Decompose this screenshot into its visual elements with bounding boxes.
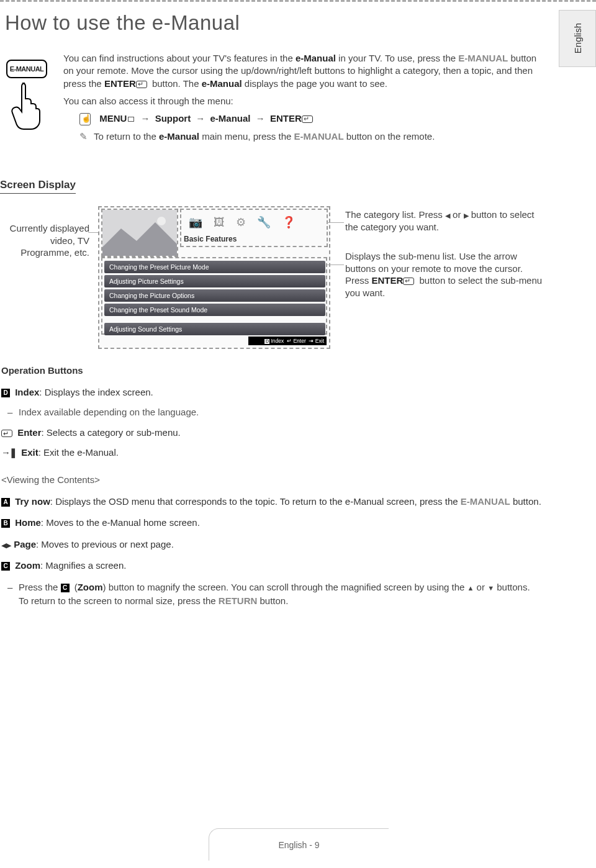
category-icon: 📷 [189,215,202,229]
screen-display-figure: Currently displayed video, TV Programme,… [0,205,546,349]
page-number: English - 9 [278,840,319,850]
enter-icon [302,115,313,123]
access-line: You can also access it through the menu: [63,95,543,107]
a-key-icon: A [1,498,10,507]
op-exit: →❚ Exit: Exit the e-Manual. [1,446,541,460]
category-icons-row: 📷 🖼 ⚙ 🔧 ❓ [184,212,325,232]
op-index-note: Index available depending on the languag… [19,405,541,420]
d-key-icon: D [1,389,10,397]
callout-video-area: Currently displayed video, TV Programme,… [4,222,89,259]
callout-category-list: The category list. Press ◀ or ▶ button t… [345,209,544,233]
vc-home: B Home: Moves to the e-Manual home scree… [1,516,541,530]
menu-grid-icon [128,117,134,122]
vc-try-now: A Try now: Displays the OSD menu that co… [1,495,541,509]
landscape-thumbnail-icon [102,210,177,256]
enter-icon [1,430,12,437]
note-icon: ✎ [79,131,88,142]
c-key-icon: C [61,584,70,592]
leader-line [327,264,344,265]
svg-point-2 [157,217,166,225]
exit-key-icon: ⇥ [309,338,314,344]
language-tab: English [559,10,596,67]
enter-icon [403,278,414,285]
up-triangle-icon: ▲ [467,584,474,592]
vc-zoom-detail: Press the C (Zoom) button to magnify the… [19,581,541,608]
d-key-icon: D [264,339,269,344]
callout-right-block: The category list. Press ◀ or ▶ button t… [345,209,544,299]
right-triangle-icon: ▶ [464,212,469,219]
viewing-contents-section: <Viewing the Contents> A Try now: Displa… [1,473,541,616]
e-manual-button-graphic: E-MANUAL [6,60,47,78]
left-triangle-icon: ◀ [445,212,450,219]
submenu-item[interactable]: Changing the Picture Options [104,289,325,302]
submenu-item[interactable]: Changing the Preset Picture Mode [104,261,325,273]
enter-key-icon: ↵ [287,338,292,344]
screen-footer-hints: DIndex ↵ Enter ⇥ Exit [248,337,327,345]
hand-icon [10,81,45,130]
operation-buttons-section: Operation Buttons D Index: Displays the … [1,364,541,466]
page-top-dashed-rule [0,0,596,2]
page-title: How to use the e-Manual [5,11,240,35]
intro-paragraph: You can find instructions about your TV'… [63,52,543,90]
leader-line [327,222,344,223]
category-icon: 🖼 [214,216,225,229]
vc-zoom: C Zoom: Magnifies a screen. [1,559,541,573]
down-triangle-icon: ▼ [487,584,494,592]
c-key-icon: C [1,562,10,571]
menu-path: MENU → Support → e-Manual → ENTER [79,112,543,125]
category-icon: ❓ [282,215,296,229]
callout-submenu-list: Displays the sub-menu list. Use the arro… [345,250,544,299]
language-tab-label: English [572,23,583,53]
return-note: ✎ To return to the e-Manual main menu, p… [79,130,543,143]
vc-page: ◀▶ Page: Moves to previous or next page. [1,538,541,552]
enter-icon [136,81,147,88]
category-icon: ⚙ [236,215,246,229]
op-enter: Enter: Selects a category or sub-menu. [1,426,541,440]
viewing-contents-heading: <Viewing the Contents> [1,473,541,487]
category-icon: 🔧 [257,215,271,229]
operation-buttons-heading: Operation Buttons [1,364,541,378]
left-right-triangle-icon: ◀▶ [1,541,11,549]
category-title: Basic Features [184,235,237,243]
video-thumbnail-area [102,210,177,256]
b-key-icon: B [1,519,10,528]
e-manual-button-label: E-MANUAL [10,65,44,73]
submenu-item[interactable]: Changing the Preset Sound Mode [104,304,325,316]
menu-icon [79,113,91,125]
e-manual-remote-illustration: E-MANUAL [4,60,52,140]
exit-icon: →❚ [1,447,16,458]
page-footer: English - 9 [209,828,389,861]
submenu-item[interactable]: Adjusting Picture Settings [104,275,325,287]
op-index: D Index: Displays the index screen. [1,386,541,400]
section-screen-display: Screen Display [0,179,76,194]
submenu-list: Changing the Preset Picture Mode Adjusti… [104,261,325,337]
submenu-item[interactable]: Adjusting Sound Settings [104,323,325,335]
intro-text-block: You can find instructions about your TV'… [63,52,543,143]
